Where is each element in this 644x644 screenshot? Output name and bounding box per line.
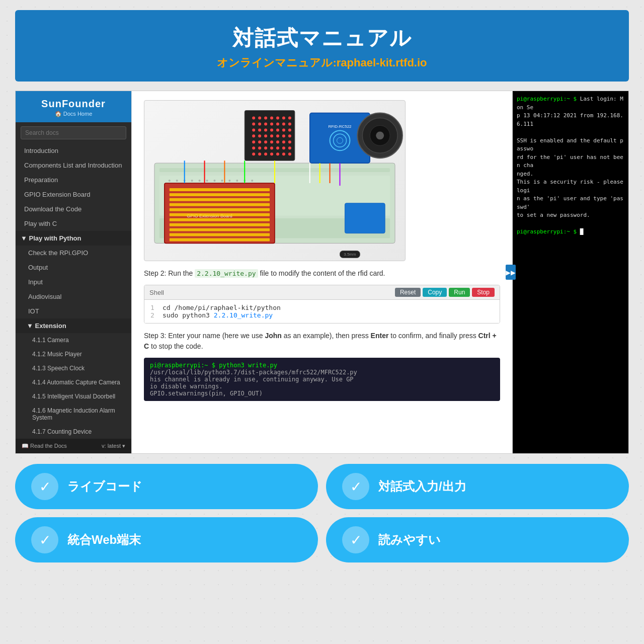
svg-text:RFID-RC522: RFID-RC522	[329, 124, 352, 129]
terminal-output: pi@raspberrypi:~ $ python3 write.py /usr…	[144, 358, 500, 401]
feature-tile-web-terminal: ✓ 統合Web端末	[15, 517, 318, 562]
svg-point-90	[252, 146, 255, 149]
terminal-line-1: pi@raspberrypi:~ $ python3 write.py	[150, 362, 494, 369]
sidebar-item-gpio[interactable]: GPIO Extension Board	[16, 187, 131, 202]
sidebar-item-speech-clock[interactable]: 4.1.3 Speech Clock	[16, 361, 131, 375]
svg-point-75	[288, 128, 291, 131]
terminal-text: pi@raspberrypi:~ $ Last login: Mon Se p …	[517, 95, 624, 236]
header-subtitle: オンラインマニュアル:raphael-kit.rtfd.io	[25, 55, 619, 70]
step2-code: 2.2.10_write.py	[195, 269, 258, 278]
sidebar-item-audiovisual[interactable]: Audiovisual	[16, 289, 131, 304]
svg-point-89	[288, 140, 291, 143]
svg-point-5	[176, 180, 178, 182]
sidebar-item-counting[interactable]: 4.1.7 Counting Device	[16, 425, 131, 439]
sidebar-section-extension[interactable]: ▼ Extension	[16, 318, 131, 333]
copy-button[interactable]: Copy	[423, 288, 447, 297]
svg-point-94	[276, 146, 279, 149]
svg-point-12	[228, 180, 230, 182]
svg-point-82	[288, 134, 291, 137]
svg-point-59	[276, 116, 279, 119]
sidebar-item-music-player[interactable]: 4.1.2 Music Player	[16, 347, 131, 361]
read-docs-label[interactable]: 📖 Read the Docs	[22, 443, 67, 449]
sidebar-item-iot[interactable]: IOT	[16, 304, 131, 318]
svg-point-99	[264, 152, 267, 155]
feature-tiles: ✓ ライブコード ✓ 対話式入力/出力 ✓ 統合Web端末 ✓ 読みやすい	[15, 464, 629, 562]
svg-point-8	[199, 180, 201, 182]
sidebar-item-play-c[interactable]: Play with C	[16, 216, 131, 231]
sidebar-brand: SunFounder 🏠 Docs Home	[16, 91, 131, 122]
run-button[interactable]: Run	[449, 288, 470, 297]
line-code-2: sudo python3 2.2.10_write.py	[163, 311, 273, 319]
svg-point-88	[282, 140, 285, 143]
terminal-line-2: /usr/local/lib/python3.7/dist-packages/m…	[150, 369, 494, 376]
svg-point-56	[258, 116, 261, 119]
sidebar-item-output[interactable]: Output	[16, 260, 131, 275]
content-area: GPIO Extension Board RFID-	[131, 91, 513, 453]
stop-button[interactable]: Stop	[472, 288, 495, 297]
svg-point-11	[221, 180, 223, 182]
sidebar-item-input[interactable]: Input	[16, 275, 131, 289]
svg-rect-41	[170, 203, 270, 206]
shell-header: Shell Reset Copy Run Stop	[144, 285, 500, 300]
svg-rect-45	[170, 223, 270, 226]
readable-label: 読みやすい	[378, 532, 441, 548]
svg-point-58	[270, 116, 273, 119]
svg-point-13	[236, 180, 238, 182]
main-content: SunFounder 🏠 Docs Home Introduction Comp…	[15, 91, 629, 454]
version-selector[interactable]: v: latest ▾	[102, 443, 125, 449]
svg-rect-108	[345, 203, 385, 233]
web-terminal-icon: ✓	[31, 526, 58, 553]
sidebar-item-components[interactable]: Components List and Introduction	[16, 158, 131, 173]
svg-point-92	[264, 146, 267, 149]
right-arrow-icon[interactable]: ▶▶	[506, 265, 516, 280]
svg-point-93	[270, 146, 273, 149]
shell-body: 1 cd /home/pi/raphael-kit/python 2 sudo …	[144, 300, 500, 323]
shell-label: Shell	[149, 289, 164, 296]
sidebar-item-doorbell[interactable]: 4.1.5 Intelligent Visual Doorbell	[16, 389, 131, 404]
header-banner: 対話式マニュアル オンラインマニュアル:raphael-kit.rtfd.io	[15, 10, 629, 82]
svg-point-100	[270, 152, 273, 155]
svg-point-83	[252, 140, 255, 143]
sidebar-section-python[interactable]: ▼ Play with Python	[16, 231, 131, 246]
sidebar-item-magnetic[interactable]: 4.1.6 Magnetic Induction Alarm System	[16, 404, 131, 425]
sidebar-item-rpi-gpio[interactable]: Check the RPi.GPIO	[16, 246, 131, 260]
line-number-1: 1	[150, 304, 157, 311]
svg-point-7	[191, 180, 193, 182]
svg-rect-40	[170, 198, 270, 201]
sidebar-item-preparation[interactable]: Preparation	[16, 173, 131, 187]
sidebar-footer: 📖 Read the Docs v: latest ▾	[16, 439, 131, 453]
brand-name: SunFounder	[22, 98, 125, 110]
terminal-line-3: his channel is already in use, continuin…	[150, 376, 494, 383]
svg-point-71	[264, 128, 267, 131]
svg-point-15	[251, 180, 253, 182]
svg-point-86	[270, 140, 273, 143]
line-code-1: cd /home/pi/raphael-kit/python	[163, 304, 281, 311]
terminal-line-5: GPIO.setwarnings(pin, GPIO_OUT)	[150, 390, 494, 397]
right-terminal-panel: ▶▶ pi@raspberrypi:~ $ Last login: Mon Se…	[513, 91, 628, 453]
svg-point-72	[270, 128, 273, 131]
brand-sub: 🏠 Docs Home	[22, 111, 125, 117]
svg-point-66	[276, 122, 279, 125]
reset-button[interactable]: Reset	[395, 288, 421, 297]
circuit-diagram: GPIO Extension Board RFID-	[144, 100, 406, 261]
sidebar-item-introduction[interactable]: Introduction	[16, 143, 131, 158]
header-title: 対話式マニュアル	[25, 24, 619, 52]
terminal-line-4: io disable warnings.	[150, 383, 494, 390]
svg-rect-46	[170, 228, 270, 231]
shell-buttons: Reset Copy Run Stop	[395, 288, 495, 297]
svg-point-63	[258, 122, 261, 125]
svg-point-98	[258, 152, 261, 155]
line-number-2: 2	[150, 311, 157, 319]
svg-point-81	[282, 134, 285, 137]
svg-point-84	[258, 140, 261, 143]
svg-rect-43	[170, 213, 270, 216]
svg-point-55	[252, 116, 255, 119]
search-input[interactable]	[21, 126, 126, 139]
svg-rect-38	[170, 188, 270, 191]
sidebar-item-download[interactable]: Download the Code	[16, 202, 131, 216]
feature-tile-interactive-io: ✓ 対話式入力/出力	[326, 464, 629, 509]
svg-point-79	[270, 134, 273, 137]
sidebar-item-camera[interactable]: 4.1.1 Camera	[16, 333, 131, 347]
sidebar-item-auto-capture[interactable]: 4.1.4 Automatic Capture Camera	[16, 375, 131, 389]
svg-point-61	[288, 116, 291, 119]
